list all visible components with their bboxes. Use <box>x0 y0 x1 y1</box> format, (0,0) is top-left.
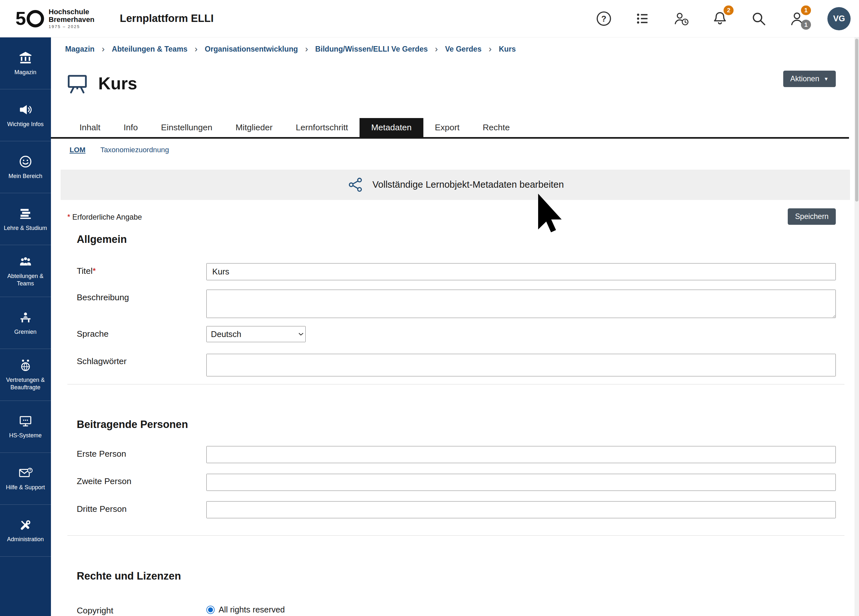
titel-label: Titel* <box>77 263 206 276</box>
sidebar-item-hilfe-support[interactable]: ? Hilfe & Support <box>0 453 51 505</box>
svg-text:?: ? <box>601 14 606 23</box>
beschreibung-textarea[interactable] <box>206 289 836 318</box>
titel-input[interactable] <box>206 263 836 280</box>
app-title: Lernplattform ELLI <box>120 13 214 25</box>
full-metadata-link[interactable]: Vollständige Lernobjekt-Metadaten bearbe… <box>61 170 850 200</box>
copyright-option-row: All rights reserved <box>206 603 836 615</box>
tools-icon <box>18 518 33 533</box>
page-title: Kurs <box>98 73 137 93</box>
copyright-option-label: All rights reserved <box>219 605 285 614</box>
tab-rechte[interactable]: Rechte <box>471 118 522 137</box>
form-toolbar: * Erforderliche Angabe Speichern <box>65 209 845 225</box>
svg-text:5: 5 <box>16 8 26 29</box>
breadcrumb-link[interactable]: Abteilungen & Teams <box>112 45 187 53</box>
search-icon <box>750 10 767 27</box>
tab-einstellungen[interactable]: Einstellungen <box>149 118 224 137</box>
section-heading: Allgemein <box>77 233 845 245</box>
tab-export[interactable]: Export <box>423 118 472 137</box>
contacts-badge: 1 <box>801 5 811 16</box>
share-nodes-icon <box>347 177 364 193</box>
logo-50-icon: 5 <box>16 7 44 30</box>
logo-years: 1975 – 2025 <box>49 25 94 29</box>
required-hint-label: Erforderliche Angabe <box>72 213 142 221</box>
vertical-scrollbar[interactable] <box>854 38 859 616</box>
dritte-person-label: Dritte Person <box>77 501 206 514</box>
notifications-badge: 2 <box>723 5 734 16</box>
subtab-lom[interactable]: LOM <box>70 146 86 154</box>
section-heading: Rechte und Lizenzen <box>77 570 845 582</box>
field-row-sprache: Sprache Deutsch <box>77 326 845 342</box>
sidebar-item-lehre-studium[interactable]: Lehre & Studium <box>0 193 51 245</box>
notifications-button[interactable]: 2 <box>712 10 728 27</box>
breadcrumb-link[interactable]: Bildung/Wissen/ELLI Ve Gerdes <box>315 45 428 53</box>
sprache-select[interactable]: Deutsch <box>206 326 306 342</box>
mail-help-icon: ? <box>18 466 33 480</box>
breadcrumb-link[interactable]: Magazin <box>65 45 94 53</box>
zweite-person-label: Zweite Person <box>77 474 206 487</box>
field-row-copyright: Copyright All rights reserved <box>77 603 845 616</box>
subtab-taxonomiezuordnung[interactable]: Taxonomiezuordnung <box>100 146 169 154</box>
sidebar-item-mein-bereich[interactable]: Mein Bereich <box>0 141 51 193</box>
breadcrumb-link[interactable]: Ve Gerdes <box>445 45 481 53</box>
sidebar-item-label: Mein Bereich <box>7 172 44 180</box>
sidebar-item-label: Wichtige Infos <box>5 120 45 128</box>
logo-name-line2: Bremerhaven <box>49 16 94 23</box>
erste-person-input[interactable] <box>206 446 836 463</box>
schlagwoerter-input[interactable] <box>206 354 836 376</box>
scrollbar-thumb[interactable] <box>855 39 858 202</box>
screen: 5 Hochschule Bremerhaven 1975 – 2025 Ler… <box>0 0 859 616</box>
todo-list-button[interactable] <box>634 10 651 27</box>
actions-button-label: Aktionen <box>790 75 819 83</box>
tab-inhalt[interactable]: Inhalt <box>68 118 112 137</box>
breadcrumb-separator: › <box>102 44 105 54</box>
breadcrumb-separator: › <box>195 44 198 54</box>
breadcrumb: Magazin › Abteilungen & Teams › Organisa… <box>65 38 845 61</box>
field-row-titel: Titel* <box>77 263 845 280</box>
section-beitragende-personen: Beitragende Personen Erste Person Zweite… <box>77 419 845 518</box>
field-row-beschreibung: Beschreibung <box>77 289 845 318</box>
people-icon <box>18 254 33 269</box>
field-row-schlagwoerter: Schlagwörter <box>77 354 845 376</box>
tab-mitglieder[interactable]: Mitglieder <box>224 118 284 137</box>
sidebar-item-wichtige-infos[interactable]: Wichtige Infos <box>0 89 51 141</box>
erste-person-label: Erste Person <box>77 446 206 459</box>
bank-icon <box>18 50 33 65</box>
help-button[interactable]: ? <box>595 10 612 27</box>
user-avatar[interactable]: VG <box>828 7 851 30</box>
copyright-radio[interactable] <box>206 606 215 614</box>
logo-name-line1: Hochschule <box>49 8 94 16</box>
contacts-button[interactable]: 1 1 <box>789 10 805 27</box>
breadcrumb-link[interactable]: Organisationsentwicklung <box>205 45 298 53</box>
tab-lernfortschritt[interactable]: Lernfortschritt <box>284 118 359 137</box>
field-row-dritte-person: Dritte Person <box>77 501 845 518</box>
section-heading: Beitragende Personen <box>77 419 845 430</box>
dritte-person-input[interactable] <box>206 501 836 518</box>
sidebar-item-magazin[interactable]: Magazin <box>0 38 51 89</box>
sprache-label: Sprache <box>77 326 206 339</box>
sidebar-item-hs-systeme[interactable]: HS-Systeme <box>0 401 51 453</box>
tab-metadaten[interactable]: Metadaten <box>359 118 423 137</box>
tab-info[interactable]: Info <box>112 118 149 137</box>
breadcrumb-link[interactable]: Kurs <box>499 45 516 53</box>
beschreibung-label: Beschreibung <box>77 289 206 303</box>
list-icon <box>634 10 651 27</box>
sidebar-item-vertretungen[interactable]: Vertretungen & Beauftragte <box>0 349 51 401</box>
monitor-icon <box>18 414 33 428</box>
hsb-logo[interactable]: 5 Hochschule Bremerhaven 1975 – 2025 <box>16 7 94 30</box>
actions-button[interactable]: Aktionen ▼ <box>783 70 836 87</box>
sidebar-item-label: Hilfe & Support <box>4 484 47 491</box>
sidebar-item-label: Magazin <box>13 69 38 76</box>
sidebar-item-administration[interactable]: Administration <box>0 505 51 557</box>
sidebar-item-gremien[interactable]: Gremien <box>0 297 51 349</box>
field-row-erste-person: Erste Person <box>77 446 845 463</box>
search-button[interactable] <box>750 10 767 27</box>
sidebar-item-abteilungen-teams[interactable]: Abteilungen & Teams <box>0 245 51 297</box>
svg-text:?: ? <box>29 469 31 472</box>
awareness-button[interactable] <box>673 10 689 27</box>
books-icon <box>18 206 33 221</box>
breadcrumb-separator: › <box>305 44 308 54</box>
field-row-zweite-person: Zweite Person <box>77 474 845 491</box>
zweite-person-input[interactable] <box>206 474 836 491</box>
smiley-icon <box>18 154 33 169</box>
save-button[interactable]: Speichern <box>788 208 836 225</box>
